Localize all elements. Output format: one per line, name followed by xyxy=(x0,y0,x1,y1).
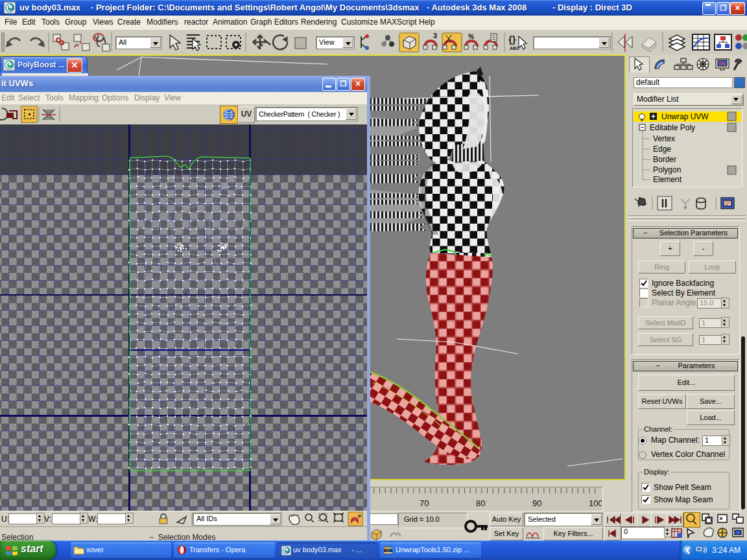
svg-text:Unwrap UVW: Unwrap UVW xyxy=(661,112,709,121)
svg-text:Edge: Edge xyxy=(653,145,671,154)
svg-text:Polygon: Polygon xyxy=(653,165,681,174)
svg-text:Border: Border xyxy=(653,155,676,164)
svg-text:{}: {} xyxy=(508,34,516,45)
svg-text:100: 100 xyxy=(589,498,602,508)
svg-text:90: 90 xyxy=(532,498,541,508)
svg-text:ABC: ABC xyxy=(510,46,519,51)
svg-text:80: 80 xyxy=(476,498,485,508)
svg-text:Vertex: Vertex xyxy=(653,134,675,143)
svg-text:%: % xyxy=(468,33,474,40)
svg-text:70: 70 xyxy=(420,498,429,508)
svg-text:Element: Element xyxy=(653,175,682,184)
svg-text:Editable Poly: Editable Poly xyxy=(650,123,695,132)
svg-text:3: 3 xyxy=(433,32,437,40)
svg-text:P: P xyxy=(358,513,362,519)
